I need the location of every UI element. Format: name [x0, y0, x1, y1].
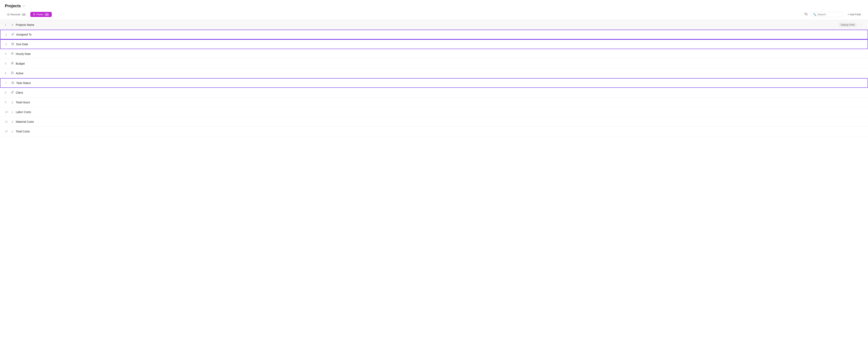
field-num-9: 9	[5, 101, 10, 104]
field-row-8: 8 Client ···	[0, 88, 868, 98]
field-row-5: 5 Budget ···	[0, 59, 868, 68]
field-name-5: Budget	[16, 62, 863, 65]
toolbar-right: 🔍 + Add Field	[803, 11, 863, 18]
field-name-7: Task Status	[16, 81, 863, 84]
svg-point-2	[12, 53, 13, 54]
records-label: Records	[10, 13, 20, 16]
field-row-10: 10 ƒ Labor Costs ···	[0, 107, 868, 117]
field-icon-1: ≡	[10, 23, 14, 27]
field-name-11: Material Costs	[16, 120, 863, 123]
add-field-button[interactable]: + Add Field	[845, 12, 863, 17]
field-icon-9: Σ	[10, 101, 14, 104]
fields-list: 1 ≡ Projects Name Display Field ··· 2 As…	[0, 20, 868, 136]
field-icon-12: ƒ	[10, 130, 14, 133]
field-num-2: 2	[5, 33, 11, 36]
hide-fields-button[interactable]	[803, 11, 809, 18]
field-icon-3	[11, 43, 14, 46]
field-name-1: Projects Name	[16, 23, 839, 27]
field-num-10: 10	[5, 110, 10, 113]
field-name-3: Due Date	[16, 43, 863, 46]
header: Projects ···	[0, 0, 868, 8]
fields-count: 12	[44, 13, 49, 16]
field-row-4: 4 Hourly Rate ···	[0, 49, 868, 59]
field-name-9: Total Hours	[16, 101, 863, 104]
svg-point-6	[12, 82, 13, 83]
fields-label: Fields	[36, 13, 43, 16]
field-icon-2	[11, 33, 14, 36]
display-field-badge: Display Field	[839, 23, 857, 27]
field-icon-10: ƒ	[10, 110, 14, 114]
field-row-1: 1 ≡ Projects Name Display Field ···	[0, 20, 868, 30]
field-num-1: 1	[5, 23, 10, 26]
field-icon-4	[10, 52, 14, 56]
field-name-12: Total Costs	[16, 130, 863, 133]
field-num-6: 6	[5, 72, 10, 75]
field-row-2: 2 Assigned To ···	[0, 30, 868, 39]
page: Projects ··· ⊟ Records 12 ⦿ Fields 12 🔍	[0, 0, 868, 343]
field-row-11: 11 Σ Material Costs ···	[0, 117, 868, 127]
field-num-5: 5	[5, 62, 10, 65]
field-row-3: 3 Due Date ···	[0, 39, 868, 49]
field-menu-button-1[interactable]: ···	[858, 22, 863, 28]
title-menu-button[interactable]: ···	[23, 4, 25, 8]
field-name-8: Client	[16, 91, 863, 94]
add-field-label: + Add Field	[847, 13, 861, 16]
field-icon-5	[10, 62, 14, 65]
search-icon: 🔍	[813, 13, 816, 16]
field-name-4: Hourly Rate	[16, 52, 863, 56]
page-title-area: Projects ···	[5, 4, 863, 8]
records-count: 12	[21, 13, 26, 16]
field-row-6: 6 Active ···	[0, 68, 868, 78]
field-num-12: 12	[5, 130, 10, 133]
field-num-11: 11	[5, 120, 10, 123]
field-row-9: 9 Σ Total Hours ···	[0, 98, 868, 107]
search-input[interactable]	[818, 13, 841, 16]
search-box: 🔍	[811, 12, 843, 17]
field-num-4: 4	[5, 52, 10, 55]
field-num-8: 8	[5, 91, 10, 94]
field-name-6: Active	[16, 72, 863, 75]
svg-rect-4	[11, 72, 13, 74]
fields-tab[interactable]: ⦿ Fields 12	[30, 12, 52, 17]
field-num-7: 7	[5, 81, 11, 84]
field-name-2: Assigned To	[16, 33, 863, 36]
records-icon: ⊟	[7, 13, 9, 16]
field-name-10: Labor Costs	[16, 110, 863, 114]
field-row-12: 12 ƒ Total Costs ···	[0, 127, 868, 136]
fields-icon: ⦿	[33, 13, 35, 16]
svg-rect-0	[12, 43, 14, 45]
field-num-3: 3	[5, 43, 11, 46]
page-title: Projects	[5, 4, 21, 8]
toolbar: ⊟ Records 12 ⦿ Fields 12 🔍 + Add Field	[0, 11, 868, 18]
dynamic-rows: 2 Assigned To ··· 3 Due Date ··· 4 Hourl…	[0, 30, 868, 136]
field-row-7: 7 Task Status ···	[0, 78, 868, 88]
field-icon-7	[11, 81, 14, 85]
field-icon-11: Σ	[10, 120, 14, 123]
records-tab[interactable]: ⊟ Records 12	[5, 12, 29, 17]
field-icon-6	[10, 71, 14, 75]
field-icon-8	[10, 91, 14, 94]
